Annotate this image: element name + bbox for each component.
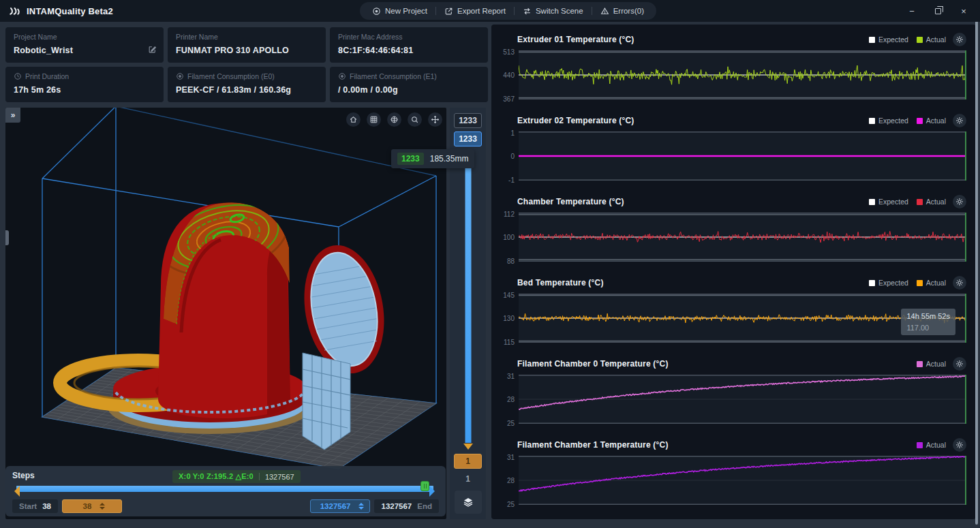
title-bar: INTAMQuality Beta2 New Project Export Re…: [0, 0, 980, 22]
printer-mac-label: Printer Mac Address: [338, 33, 480, 41]
steps-slider-track[interactable]: [16, 486, 433, 492]
home-view-button[interactable]: [346, 112, 361, 127]
time-cursor: [965, 131, 966, 181]
orbit-view-button[interactable]: [387, 112, 401, 127]
layer-min-label: 1: [454, 474, 482, 484]
y-axis: 11210088: [497, 213, 519, 262]
chart-legend: ExpectedActual: [869, 117, 946, 125]
stepper-arrows[interactable]: [99, 503, 105, 510]
grid-toggle-button[interactable]: [367, 112, 381, 127]
close-button[interactable]: ×: [954, 3, 973, 19]
print-scene-canvas[interactable]: [5, 108, 446, 519]
y-tick-label: 31: [507, 373, 515, 380]
y-tick-label: 0: [510, 153, 515, 160]
steps-slider-end-arrow: [429, 486, 435, 497]
layer-slider-bar[interactable]: [465, 161, 471, 443]
chart-legend: ExpectedActual: [869, 279, 946, 287]
project-name-label: Project Name: [14, 33, 155, 41]
viewer-3d[interactable]: »: [5, 108, 446, 519]
layers-mode-button[interactable]: [455, 491, 482, 514]
chart-settings-button[interactable]: [953, 33, 966, 46]
clock-icon: [14, 72, 22, 80]
orbit-icon: [390, 115, 399, 124]
chart-settings-button[interactable]: [953, 276, 966, 290]
export-icon: [444, 7, 453, 16]
y-axis: 145130115: [497, 294, 519, 343]
errors-button[interactable]: Errors(0): [592, 2, 652, 20]
restore-button[interactable]: [928, 3, 947, 19]
gear-icon: [955, 279, 964, 287]
layer-slider-min-arrow[interactable]: [463, 444, 473, 450]
chart-settings-button[interactable]: [953, 195, 966, 208]
topbar-actions: New Project Export Report Switch Scene: [360, 2, 656, 20]
gear-icon: [955, 117, 964, 125]
steps-slider-start-handle[interactable]: [14, 486, 20, 497]
project-name-value: Robotic_Wrist: [14, 46, 155, 55]
chart-settings-button[interactable]: [953, 357, 966, 371]
layer-bottom-input[interactable]: 1: [454, 454, 482, 469]
chart-settings-button[interactable]: [953, 438, 966, 452]
chart-title: Filament Chamber 1 Temperature (°C): [517, 440, 669, 450]
y-tick-label: -1: [508, 176, 515, 184]
steps-slider-end-handle[interactable]: [420, 481, 429, 491]
time-cursor: [965, 294, 966, 343]
panel-drag-handle[interactable]: [5, 230, 9, 245]
legend-item: Expected: [869, 279, 908, 287]
coordinates-value: X:0 Y:0 Z:195.2 △E:0: [179, 472, 254, 481]
app-title: INTAMQuality Beta2: [27, 6, 113, 16]
charts-scrollbar[interactable]: [975, 3, 978, 525]
y-axis: 10-1: [497, 131, 519, 181]
start-step-input[interactable]: 38: [62, 499, 122, 513]
zoom-button[interactable]: [408, 112, 422, 127]
card-filament-e1: Filament Consumption (E1) / 0.00m / 0.00…: [330, 67, 488, 102]
y-tick-label: 145: [503, 292, 515, 299]
switch-scene-button[interactable]: Switch Scene: [515, 2, 592, 20]
end-step-input[interactable]: 1327567: [310, 499, 371, 513]
info-cards: Project Name Robotic_Wrist Printer Name …: [5, 27, 488, 102]
switch-scene-icon: [523, 7, 532, 16]
y-tick-label: 25: [507, 420, 515, 427]
new-project-button[interactable]: New Project: [364, 2, 435, 20]
filament-e1-value: / 0.00m / 0.00g: [338, 85, 480, 95]
chart-plot[interactable]: [519, 213, 966, 262]
gear-icon: [955, 360, 964, 368]
y-tick-label: 1: [510, 129, 515, 137]
new-project-label: New Project: [385, 7, 427, 15]
export-report-label: Export Report: [457, 7, 506, 15]
y-axis: 312825: [497, 456, 519, 505]
printer-name-value: FUNMAT PRO 310 APOLLO: [176, 46, 318, 55]
card-printer-mac: Printer Mac Address 8C:1F:64:46:64:81: [330, 27, 488, 63]
chart-plot[interactable]: [519, 456, 966, 505]
printed-model[interactable]: [60, 187, 394, 450]
pan-move-button[interactable]: [428, 112, 442, 127]
card-project-name: Project Name Robotic_Wrist: [5, 27, 164, 63]
end-total-box: 1327567 End: [374, 499, 439, 513]
spool-icon: [338, 72, 346, 80]
chart-plot[interactable]: 14h 55m 52s 117.00: [519, 294, 966, 343]
chart-title: Chamber Temperature (°C): [517, 197, 624, 206]
y-tick-label: 88: [507, 258, 515, 265]
app-logo-icon: [8, 5, 21, 16]
chart-plot[interactable]: [519, 50, 966, 99]
layer-slider-track[interactable]: [454, 153, 482, 450]
layer-tooltip: 1233 185.35mm: [391, 149, 474, 168]
expand-panel-button[interactable]: »: [5, 108, 20, 123]
layer-slider-panel: 1233 1233 1 1: [450, 108, 486, 519]
steps-range-slider[interactable]: [12, 484, 439, 494]
legend-item: Expected: [869, 35, 908, 44]
start-total-value: 38: [42, 502, 51, 510]
minimize-button[interactable]: −: [902, 3, 921, 19]
home-icon: [349, 115, 358, 124]
layer-current-input[interactable]: 1233: [454, 131, 482, 146]
chart-settings-button[interactable]: [953, 114, 966, 127]
time-cursor: [965, 375, 966, 424]
export-report-button[interactable]: Export Report: [436, 2, 514, 20]
y-tick-label: 31: [507, 454, 515, 461]
chart-plot[interactable]: [519, 375, 966, 424]
chart-title: Extruder 02 Temperature (°C): [517, 116, 634, 125]
edit-project-name-button[interactable]: [148, 44, 157, 57]
stepper-arrows[interactable]: [358, 503, 364, 510]
chart-plot[interactable]: [519, 131, 966, 181]
pan-icon: [431, 115, 440, 124]
divider: [259, 473, 260, 480]
